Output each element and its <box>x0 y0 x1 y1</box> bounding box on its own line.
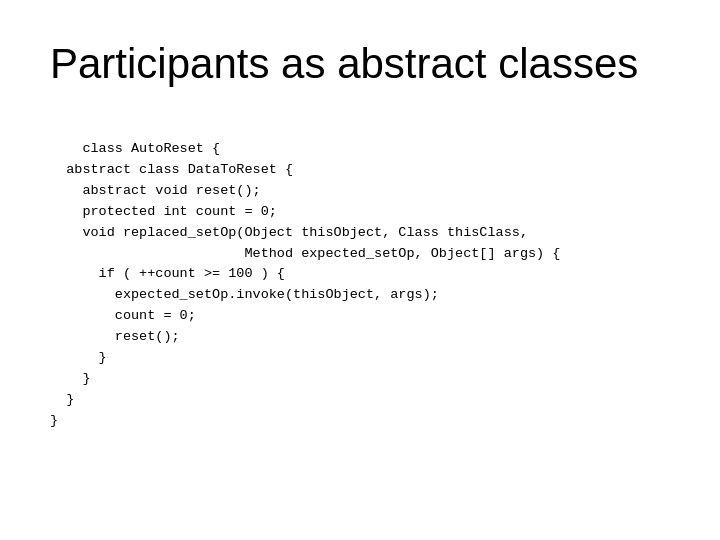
code-line-12: } <box>50 371 91 386</box>
code-line-11: } <box>50 350 107 365</box>
slide: Participants as abstract classes class A… <box>0 0 720 540</box>
code-line-9: count = 0; <box>50 308 196 323</box>
slide-title: Participants as abstract classes <box>50 40 670 88</box>
code-line-10: reset(); <box>50 329 180 344</box>
code-line-4: protected int count = 0; <box>50 204 277 219</box>
code-line-2: abstract class DataToReset { <box>50 162 293 177</box>
code-line-3: abstract void reset(); <box>50 183 261 198</box>
code-line-6: Method expected_setOp, Object[] args) { <box>50 246 560 261</box>
code-line-7: if ( ++count >= 100 ) { <box>50 266 285 281</box>
code-line-13: } <box>50 392 74 407</box>
code-block: class AutoReset { abstract class DataToR… <box>50 118 670 453</box>
code-line-8: expected_setOp.invoke(thisObject, args); <box>50 287 439 302</box>
code-line-5: void replaced_setOp(Object thisObject, C… <box>50 225 528 240</box>
code-line-14: } <box>50 413 58 428</box>
code-line-1: class AutoReset { <box>82 141 220 156</box>
